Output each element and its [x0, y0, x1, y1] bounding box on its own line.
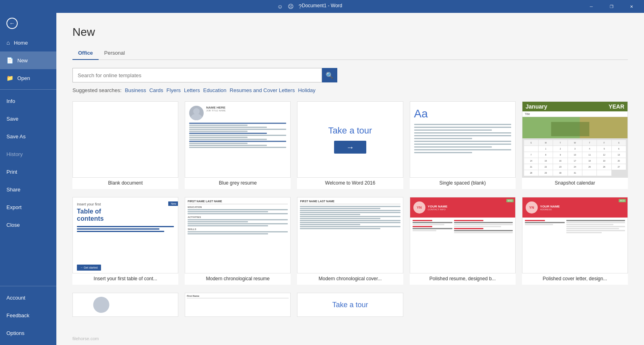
watermark: filehorse.com: [72, 336, 99, 341]
new-doc-icon: 📄: [6, 57, 13, 64]
template-row3-1[interactable]: [72, 293, 178, 317]
sidebar-label-options: Options: [6, 330, 25, 336]
template-modern-cover[interactable]: FIRST NAME LAST NAME: [297, 197, 403, 285]
back-icon: ←: [6, 18, 18, 29]
suggested-link-flyers[interactable]: Flyers: [167, 87, 181, 93]
toc-new-badge: New: [168, 201, 178, 206]
suggested-link-holiday[interactable]: Holiday: [298, 87, 315, 93]
cal-month: January: [526, 103, 547, 110]
thumb-row3-1: [72, 293, 178, 317]
svg-rect-4: [551, 122, 589, 136]
sidebar-item-history[interactable]: History: [0, 145, 56, 163]
search-row: 🔍: [72, 68, 628, 82]
cal-header: January YEAR: [522, 102, 627, 111]
template-polished-cover[interactable]: YN YOUR NAME ADDRESS MOD: [522, 197, 628, 285]
sidebar-label-save-as: Save As: [6, 133, 26, 140]
suggested-link-letters[interactable]: Letters: [184, 87, 200, 93]
frown-icon[interactable]: ☹: [288, 3, 294, 10]
search-input[interactable]: [72, 68, 322, 82]
sidebar-label-account: Account: [6, 295, 25, 301]
template-toc[interactable]: New Insert your first Table ofcontents →…: [72, 197, 178, 285]
restore-button[interactable]: ❐: [602, 0, 621, 13]
sidebar-item-options[interactable]: Options: [0, 324, 56, 342]
suggested-link-cards[interactable]: Cards: [149, 87, 163, 93]
suggested-link-business[interactable]: Business: [125, 87, 146, 93]
sidebar-label-new: New: [17, 58, 28, 64]
svg-point-0: [193, 108, 200, 115]
template-label-calendar: Snapshot calendar: [522, 178, 628, 189]
help-icon[interactable]: ?: [299, 3, 302, 10]
title-text: Document1 - Word: [302, 3, 342, 8]
svg-point-1: [191, 114, 202, 120]
toc-big-text: Table ofcontents: [77, 208, 174, 222]
tour-text: Take a tour: [328, 125, 372, 136]
template-label-polished-cover: Polished cover letter, design...: [522, 273, 628, 285]
page-title: New: [72, 26, 628, 39]
sidebar-label-export: Export: [6, 204, 22, 210]
template-snapshot-calendar[interactable]: January YEAR Title S: [522, 101, 628, 189]
thumb-modern-resume: FIRST NAME LAST NAME EDUCATION ACTIVITIE…: [185, 197, 291, 273]
thumb-toc: New Insert your first Table ofcontents →…: [72, 197, 178, 273]
cal-title-row: Title: [522, 111, 627, 117]
template-blank[interactable]: Blank document: [72, 101, 178, 189]
sidebar-item-account[interactable]: Account: [0, 289, 56, 306]
back-button[interactable]: ←: [0, 13, 56, 34]
tab-office[interactable]: Office: [72, 47, 99, 60]
minimize-button[interactable]: ─: [582, 0, 601, 13]
sidebar-item-export[interactable]: Export: [0, 198, 56, 216]
sidebar-label-share: Share: [6, 187, 21, 193]
template-polished-resume[interactable]: YN YOUR NAME CONTACT INFO MOD: [410, 197, 516, 285]
sidebar-label-home: Home: [14, 40, 28, 46]
suggested-link-education[interactable]: Education: [203, 87, 227, 93]
tour-arrow-btn: →: [334, 141, 366, 154]
thumb-polished-cover: YN YOUR NAME ADDRESS MOD: [522, 197, 628, 273]
open-folder-icon: 📁: [6, 75, 13, 81]
sidebar-label-open: Open: [17, 75, 30, 81]
close-button[interactable]: ✕: [622, 0, 641, 13]
sidebar-item-home[interactable]: ⌂ Home: [0, 34, 56, 51]
sidebar-item-feedback[interactable]: Feedback: [0, 306, 56, 324]
sidebar-item-new[interactable]: 📄 New: [0, 51, 56, 69]
sidebar-item-save-as[interactable]: Save As: [0, 127, 56, 145]
tab-personal[interactable]: Personal: [99, 47, 130, 60]
sidebar-item-print[interactable]: Print: [0, 163, 56, 181]
sidebar-nav: ⌂ Home 📄 New 📁 Open Info Save Save As: [0, 34, 56, 283]
thumb-blue-grey-resume: NAME HERE JOB TITLE NAME: [185, 101, 291, 178]
template-tour[interactable]: Take a tour → Welcome to Word 2016: [297, 101, 403, 189]
cal-grid: S M T W T F S 1 2 3 4 5: [522, 138, 627, 177]
toc-insert-text: Insert your first: [77, 202, 174, 206]
sidebar-label-save: Save: [6, 116, 19, 122]
template-modern-resume[interactable]: FIRST NAME LAST NAME EDUCATION ACTIVITIE…: [185, 197, 291, 285]
cal-photo: [522, 117, 627, 138]
template-label-blue-grey: Blue grey resume: [185, 178, 291, 189]
cal-year: YEAR: [609, 103, 624, 110]
sidebar-label-feedback: Feedback: [6, 312, 29, 318]
sidebar-item-open[interactable]: 📁 Open: [0, 69, 56, 87]
polished-cover-avatar: YN: [526, 201, 538, 214]
template-row3-3[interactable]: Take a tour: [297, 293, 403, 317]
window-controls: ─ ❐ ✕: [582, 0, 641, 13]
template-label-single: Single spaced (blank): [410, 178, 516, 189]
smiley-icon[interactable]: ☺: [277, 3, 283, 10]
thumb-calendar: January YEAR Title S: [522, 101, 628, 178]
sidebar-item-close[interactable]: Close: [0, 216, 56, 234]
sidebar-item-info[interactable]: Info: [0, 92, 56, 110]
search-button[interactable]: 🔍: [322, 68, 337, 82]
template-label-tour: Welcome to Word 2016: [297, 178, 403, 189]
sidebar-item-save[interactable]: Save: [0, 110, 56, 127]
modern-header: FIRST NAME LAST NAME: [188, 200, 288, 204]
content-area: New Office Personal 🔍 Suggested searches…: [56, 13, 644, 345]
sidebar-label-close: Close: [6, 222, 20, 228]
titlebar: Document1 - Word ☺ ☹ ? ─ ❐ ✕: [0, 0, 644, 13]
template-label-toc: Insert your first table of cont...: [72, 273, 178, 285]
sidebar-label-info: Info: [6, 98, 15, 104]
template-row3-2[interactable]: First Name: [185, 293, 291, 317]
template-blue-grey-resume[interactable]: NAME HERE JOB TITLE NAME: [185, 101, 291, 189]
suggested-link-resumes[interactable]: Resumes and Cover Letters: [230, 87, 295, 93]
aa-text: Aa: [414, 107, 511, 120]
thumb-tour: Take a tour →: [297, 101, 403, 178]
template-label-modern-cover: Modern chronological cover...: [297, 273, 403, 285]
template-label-polished-resume: Polished resume, designed b...: [410, 273, 516, 285]
template-single-spaced[interactable]: Aa: [410, 101, 516, 189]
sidebar-item-share[interactable]: Share: [0, 181, 56, 198]
